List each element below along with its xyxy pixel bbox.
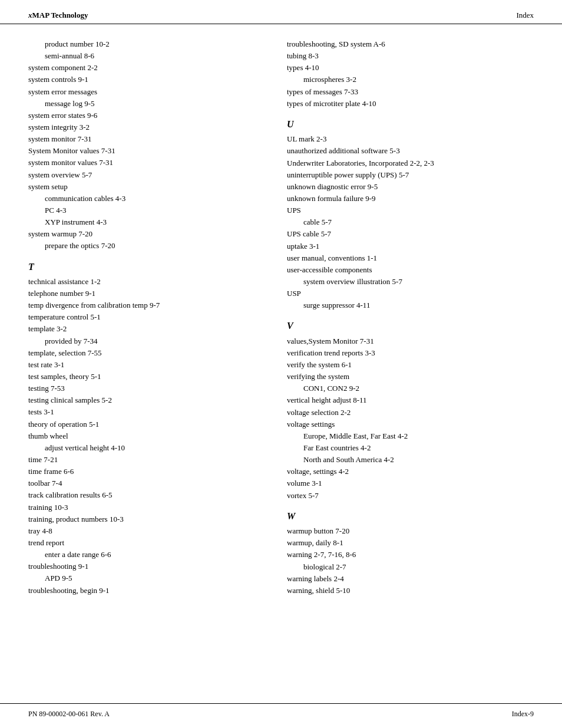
page-footer: PN 89-00002-00-061 Rev. A Index-9 [0, 703, 562, 728]
index-entry: training, product numbers 10-3 [28, 513, 263, 525]
index-entry: system overview illustration 5-7 [287, 276, 534, 288]
index-entry: system error messages [28, 86, 263, 98]
index-entry: prepare the optics 7-20 [28, 240, 263, 252]
index-entry: microspheres 3-2 [287, 74, 534, 85]
index-entry: temp divergence from calibration temp 9-… [28, 299, 263, 311]
index-entry: adjust vertical height 4-10 [28, 442, 263, 454]
index-entry: temperature control 5-1 [28, 311, 263, 323]
section-header: W [287, 510, 534, 523]
index-entry: uptake 3-1 [287, 241, 534, 252]
index-entry: unknown diagnostic error 9-5 [287, 181, 534, 193]
index-entry: time 7-21 [28, 454, 263, 466]
index-entry: system monitor 7-31 [28, 133, 263, 145]
main-content: product number 10-2semi-annual 8-6system… [0, 24, 562, 703]
index-entry: XYP instrument 4-3 [28, 216, 263, 228]
index-entry: warmup, daily 8-1 [287, 537, 534, 549]
index-entry: user-accessible components [287, 264, 534, 276]
index-entry: unauthorized additional software 5-3 [287, 145, 534, 157]
index-entry: test rate 3-1 [28, 359, 263, 371]
index-entry: PC 4-3 [28, 205, 263, 216]
index-entry: Underwriter Laboratories, Incorporated 2… [287, 157, 534, 169]
header-brand: xMAP Technology [28, 11, 88, 20]
index-entry: warmup button 7-20 [287, 525, 534, 537]
index-entry: North and South America 4-2 [287, 454, 534, 466]
index-entry: UPS cable 5-7 [287, 228, 534, 240]
page: xMAP Technology Index product number 10-… [0, 0, 562, 728]
index-entry: vertical height adjust 8-11 [287, 394, 534, 406]
footer-page: Index-9 [512, 710, 534, 719]
index-entry: verifying the system [287, 371, 534, 383]
index-entry: communication cables 4-3 [28, 193, 263, 205]
index-entry: tray 4-8 [28, 525, 263, 537]
index-entry: time frame 6-6 [28, 466, 263, 477]
index-entry: toolbar 7-4 [28, 477, 263, 489]
index-entry: Europe, Middle East, Far East 4-2 [287, 430, 534, 442]
index-entry: user manual, conventions 1-1 [287, 252, 534, 264]
index-entry: message log 9-5 [28, 98, 263, 110]
index-entry: track calibration results 6-5 [28, 489, 263, 501]
index-entry: technical assistance 1-2 [28, 276, 263, 288]
index-entry: semi-annual 8-6 [28, 50, 263, 62]
index-entry: System Monitor values 7-31 [28, 145, 263, 157]
index-entry: theory of operation 5-1 [28, 419, 263, 430]
index-entry: system monitor values 7-31 [28, 157, 263, 169]
brand-bold: MAP Technology [32, 11, 88, 19]
index-entry: trend report [28, 537, 263, 549]
index-entry: system overview 5-7 [28, 169, 263, 181]
index-entry: testing clinical samples 5-2 [28, 394, 263, 406]
index-entry: template 3-2 [28, 323, 263, 335]
index-entry: tubing 8-3 [287, 50, 534, 62]
index-entry: system setup [28, 181, 263, 193]
index-entry: UL mark 2-3 [287, 133, 534, 145]
index-entry: UPS [287, 205, 534, 216]
index-entry: voltage selection 2-2 [287, 407, 534, 419]
section-header: U [287, 118, 534, 131]
index-entry: tests 3-1 [28, 406, 263, 418]
index-entry: voltage settings [287, 419, 534, 430]
footer-pn: PN 89-00002-00-061 Rev. A [28, 710, 110, 719]
index-entry: troubleshooting, begin 9-1 [28, 585, 263, 597]
index-entry: system controls 9-1 [28, 74, 263, 85]
index-entry: troubleshooting 9-1 [28, 561, 263, 572]
index-entry: types 4-10 [287, 62, 534, 74]
index-entry: system integrity 3-2 [28, 121, 263, 133]
section-header: T [28, 261, 263, 274]
index-entry: verification trend reports 3-3 [287, 347, 534, 359]
column-right: troubleshooting, SD system A-6tubing 8-3… [281, 38, 534, 703]
index-entry: volume 3-1 [287, 477, 534, 489]
index-entry: voltage, settings 4-2 [287, 466, 534, 477]
index-entry: APD 9-5 [28, 572, 263, 584]
index-entry: values,System Monitor 7-31 [287, 335, 534, 347]
index-entry: enter a date range 6-6 [28, 549, 263, 561]
index-entry: verify the system 6-1 [287, 359, 534, 371]
index-entry: types of messages 7-33 [287, 86, 534, 98]
index-entry: biological 2-7 [287, 561, 534, 573]
index-entry: cable 5-7 [287, 216, 534, 228]
index-entry: system error states 9-6 [28, 110, 263, 121]
column-left: product number 10-2semi-annual 8-6system… [28, 38, 281, 703]
index-entry: warning 2-7, 7-16, 8-6 [287, 549, 534, 561]
index-entry: Far East countries 4-2 [287, 442, 534, 454]
index-entry: system component 2-2 [28, 62, 263, 74]
index-entry: testing 7-53 [28, 383, 263, 394]
index-entry: test samples, theory 5-1 [28, 371, 263, 383]
index-entry: thumb wheel [28, 430, 263, 442]
index-entry: warning, shield 5-10 [287, 585, 534, 597]
index-entry: vortex 5-7 [287, 490, 534, 502]
index-entry: USP [287, 288, 534, 299]
index-entry: troubleshooting, SD system A-6 [287, 38, 534, 50]
index-entry: unknown formula failure 9-9 [287, 193, 534, 205]
index-entry: provided by 7-34 [28, 335, 263, 347]
index-entry: telephone number 9-1 [28, 288, 263, 299]
index-entry: system warmup 7-20 [28, 228, 263, 240]
index-entry: uninterruptible power supply (UPS) 5-7 [287, 169, 534, 181]
index-entry: template, selection 7-55 [28, 347, 263, 359]
index-entry: warning labels 2-4 [287, 573, 534, 585]
page-header: xMAP Technology Index [0, 0, 562, 24]
index-entry: types of microtiter plate 4-10 [287, 98, 534, 110]
index-entry: product number 10-2 [28, 38, 263, 50]
header-index: Index [516, 11, 534, 20]
section-header: V [287, 319, 534, 332]
index-entry: surge suppressor 4-11 [287, 299, 534, 311]
index-entry: training 10-3 [28, 502, 263, 513]
